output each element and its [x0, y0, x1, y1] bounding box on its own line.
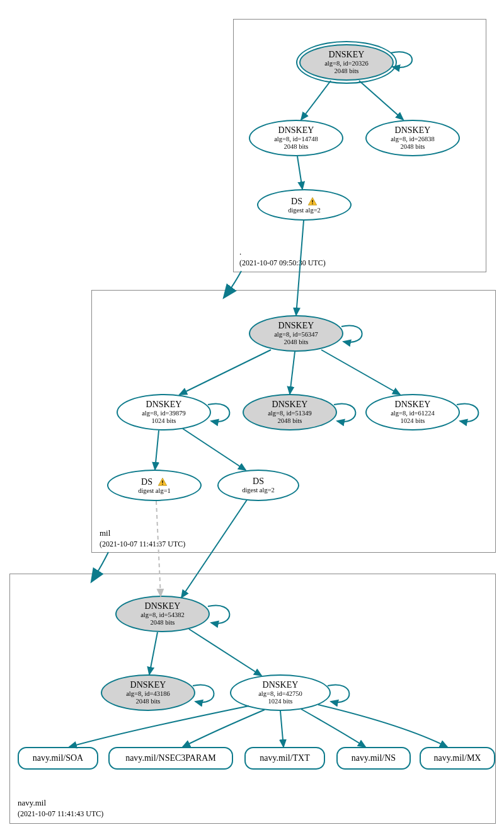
rr-ns: navy.mil/NS	[336, 747, 411, 770]
zone-root-label: . (2021-10-07 09:50:30 UTC)	[239, 247, 326, 269]
navy-ksk: DNSKEY alg=8, id=54382 2048 bits	[115, 596, 210, 632]
mil-ds1: DS digest alg=1	[107, 470, 202, 501]
zone-root-name: .	[239, 247, 241, 257]
root-ksk: DNSKEY alg=8, id=20326 2048 bits	[299, 44, 394, 81]
mil-zsk-51349: DNSKEY alg=8, id=51349 2048 bits	[243, 394, 337, 430]
warning-icon	[158, 477, 168, 487]
mil-ksk: DNSKEY alg=8, id=56347 2048 bits	[249, 315, 343, 352]
svg-rect-0	[312, 200, 312, 202]
root-zsk-26838: DNSKEY alg=8, id=26838 2048 bits	[365, 120, 460, 156]
node-title: DNSKEY	[329, 50, 365, 60]
rr-nsec3: navy.mil/NSEC3PARAM	[108, 747, 233, 770]
node-sub2: 2048 bits	[335, 67, 359, 75]
svg-rect-2	[162, 480, 163, 483]
rr-txt: navy.mil/TXT	[244, 747, 325, 770]
zone-root-ts: (2021-10-07 09:50:30 UTC)	[239, 258, 326, 267]
zone-navy-name: navy.mil	[18, 798, 46, 807]
zone-navy-label: navy.mil (2021-10-07 11:41:43 UTC)	[18, 798, 103, 819]
node-sub1: alg=8, id=20326	[324, 60, 369, 67]
zone-navy-ts: (2021-10-07 11:41:43 UTC)	[18, 809, 103, 818]
rr-mx: navy.mil/MX	[420, 747, 495, 770]
warning-icon	[307, 197, 318, 207]
svg-rect-3	[162, 484, 163, 485]
zone-mil-label: mil (2021-10-07 11:41:37 UTC)	[100, 528, 185, 550]
svg-rect-1	[312, 204, 312, 204]
navy-zsk-42750: DNSKEY alg=8, id=42750 1024 bits	[230, 674, 331, 711]
root-ds: DS digest alg=2	[257, 189, 352, 221]
mil-zsk-61224: DNSKEY alg=8, id=61224 1024 bits	[365, 394, 460, 430]
zone-mil-ts: (2021-10-07 11:41:37 UTC)	[100, 540, 185, 548]
root-zsk-14748: DNSKEY alg=8, id=14748 2048 bits	[249, 120, 343, 156]
mil-ds2: DS digest alg=2	[217, 470, 299, 501]
zone-mil-name: mil	[100, 528, 110, 538]
rr-soa: navy.mil/SOA	[18, 747, 98, 770]
mil-zsk-39879: DNSKEY alg=8, id=39879 1024 bits	[117, 394, 211, 430]
navy-zsk-43186: DNSKEY alg=8, id=43186 2048 bits	[101, 674, 195, 711]
